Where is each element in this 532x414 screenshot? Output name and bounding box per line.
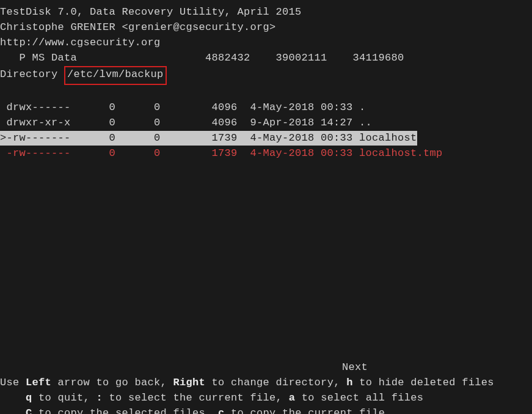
next-page[interactable]: Next — [0, 360, 532, 375]
blank — [0, 177, 532, 192]
file-row[interactable]: drwx------ 0 0 4096 4-May-2018 00:33 . — [0, 100, 532, 116]
key-left: Left — [26, 377, 51, 388]
file-row[interactable]: -rw------- 0 0 1739 4-May-2018 00:33 loc… — [0, 146, 532, 161]
blank — [0, 192, 532, 207]
help-line-2: q to quit, : to select the current file,… — [0, 391, 532, 406]
file-list[interactable]: drwx------ 0 0 4096 4-May-2018 00:33 . d… — [0, 100, 532, 161]
app-author: Christophe GRENIER <grenier@cgsecurity.o… — [0, 20, 532, 35]
blank — [0, 161, 532, 177]
app-url: http://www.cgsecurity.org — [0, 35, 532, 51]
directory-label: Directory — [0, 68, 58, 80]
key-colon: : — [97, 392, 103, 404]
key-q: q — [26, 392, 32, 404]
blank — [0, 299, 532, 314]
blank — [0, 330, 532, 345]
blank — [0, 284, 532, 299]
file-row[interactable]: drwxr-xr-x 0 0 4096 9-Apr-2018 14:27 .. — [0, 116, 532, 131]
blank — [0, 314, 532, 330]
key-a: a — [289, 392, 296, 404]
blank — [0, 238, 532, 253]
blank — [0, 268, 532, 284]
partition-info: P MS Data 4882432 39002111 34119680 — [0, 51, 532, 66]
blank — [0, 345, 532, 360]
directory-line: Directory /etc/lvm/backup — [0, 66, 532, 85]
key-right: Right — [173, 377, 206, 388]
blank — [0, 85, 532, 100]
blank — [0, 253, 532, 268]
key-C: C — [26, 407, 32, 414]
key-c: c — [218, 407, 225, 414]
app-title: TestDisk 7.0, Data Recovery Utility, Apr… — [0, 5, 532, 20]
blank — [0, 207, 532, 223]
blank — [0, 223, 532, 238]
key-h: h — [346, 377, 353, 388]
directory-path: /etc/lvm/backup — [64, 66, 167, 85]
help-line-1: Use Left arrow to go back, Right to chan… — [0, 375, 532, 391]
help-line-3: C to copy the selected files, c to copy … — [0, 406, 532, 414]
file-row[interactable]: >-rw------- 0 0 1739 4-May-2018 00:33 lo… — [0, 131, 532, 146]
